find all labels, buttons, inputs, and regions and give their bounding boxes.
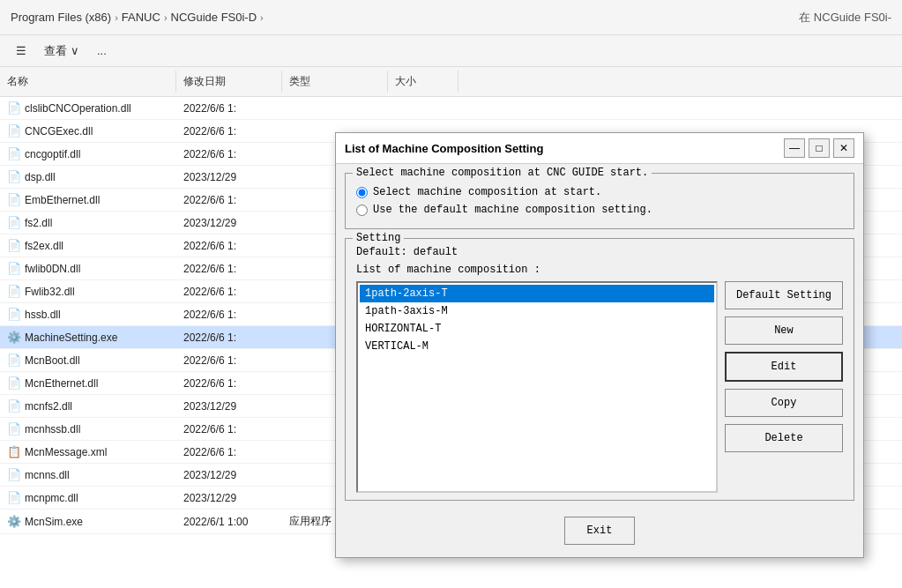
file-type-icon	[7, 331, 21, 344]
more-button[interactable]: ...	[92, 41, 112, 60]
file-name-cell: fs2ex.dll	[0, 236, 176, 255]
file-name-label: hssb.dll	[25, 309, 61, 321]
header-date[interactable]: 修改日期	[176, 71, 282, 93]
file-type-icon	[7, 216, 21, 229]
file-name-label: clslibCNCOperation.dll	[25, 102, 131, 115]
file-type-icon	[7, 101, 21, 115]
dialog-titlebar: List of Machine Composition Setting — □ …	[336, 133, 863, 164]
file-name-cell: McnEthernet.dll	[0, 374, 176, 392]
file-name-label: fwlib0DN.dll	[25, 263, 80, 275]
file-date-cell: 2022/6/1 1:00	[176, 513, 282, 531]
file-name-cell: hssb.dll	[0, 305, 176, 324]
dialog-close-button[interactable]: ✕	[833, 138, 854, 158]
table-row[interactable]: clslibCNCOperation.dll2022/6/6 1:	[0, 97, 902, 120]
file-name-label: McnSim.exe	[25, 516, 83, 528]
file-name-cell: McnSim.exe	[0, 512, 176, 531]
breadcrumb-search: 在 NCGuide FS0i-	[799, 10, 891, 26]
startup-legend: Select machine composition at CNC GUIDE …	[353, 167, 652, 179]
header-type[interactable]: 类型	[282, 71, 388, 93]
file-date-cell: 2022/6/6 1:	[176, 443, 282, 461]
file-name-cell: cncgoptif.dll	[0, 145, 176, 163]
file-name-cell: mcnpmc.dll	[0, 488, 176, 507]
default-label: Default: default	[356, 246, 843, 258]
file-name-cell: McnMessage.xml	[0, 443, 176, 461]
dialog-machine-setting: List of Machine Composition Setting — □ …	[335, 132, 864, 558]
file-type-icon	[7, 445, 21, 458]
breadcrumb-item-2[interactable]: FANUC	[122, 11, 160, 24]
machine-list-item[interactable]: 1path-2axis-T	[360, 285, 714, 302]
file-name-cell: Fwlib32.dll	[0, 282, 176, 301]
file-type-icon	[7, 239, 21, 252]
delete-button[interactable]: Delete	[725, 424, 843, 452]
new-button[interactable]: New	[725, 316, 843, 345]
file-type-icon	[7, 308, 21, 321]
file-type-icon	[7, 399, 21, 413]
file-name-cell: MachineSetting.exe	[0, 328, 176, 346]
setting-section: Setting Default: default List of machine…	[345, 238, 854, 501]
edit-button[interactable]: Edit	[725, 352, 843, 382]
machine-list-item[interactable]: VERTICAL-M	[360, 338, 714, 355]
setting-legend: Setting	[353, 232, 404, 244]
file-name-label: mcnfs2.dll	[25, 400, 72, 413]
dialog-minimize-button[interactable]: —	[784, 138, 805, 158]
default-setting-button[interactable]: Default Setting	[725, 281, 843, 309]
file-name-label: cncgoptif.dll	[25, 148, 80, 160]
file-list-header: 名称 修改日期 类型 大小	[0, 67, 902, 97]
file-name-label: fs2ex.dll	[25, 240, 63, 252]
file-name-cell: McnBoot.dll	[0, 351, 176, 369]
file-name-label: EmbEthernet.dll	[25, 194, 100, 206]
file-date-cell: 2023/12/29	[176, 466, 282, 484]
machine-list-item[interactable]: 1path-3axis-M	[360, 302, 714, 320]
file-type-icon	[7, 354, 21, 367]
dialog-maximize-button[interactable]: □	[809, 138, 830, 158]
file-date-cell: 2022/6/6 1:	[176, 421, 282, 438]
file-name-cell: mcnfs2.dll	[0, 397, 176, 415]
radio-select-at-start[interactable]	[356, 187, 368, 198]
file-type-icon	[7, 422, 21, 435]
radio-option-1[interactable]: Select machine composition at start.	[356, 186, 843, 198]
breadcrumb-item-3[interactable]: NCGuide FS0i-D	[171, 11, 257, 24]
view-chevron-icon: ∨	[71, 44, 79, 57]
file-type-cell	[282, 106, 388, 111]
header-size[interactable]: 大小	[388, 71, 458, 93]
file-name-cell: CNCGExec.dll	[0, 122, 176, 140]
file-name-label: McnBoot.dll	[25, 354, 80, 367]
file-date-cell: 2022/6/6 1:	[176, 283, 282, 301]
dialog-body: Select machine composition at CNC GUIDE …	[336, 164, 863, 557]
file-date-cell: 2022/6/6 1:	[176, 191, 282, 209]
breadcrumb-item-1[interactable]: Program Files (x86)	[11, 11, 111, 24]
file-name-label: mcnhssb.dll	[25, 423, 80, 435]
radio-option-1-label: Select machine composition at start.	[373, 186, 601, 198]
machine-list-box[interactable]: 1path-2axis-T1path-3axis-MHORIZONTAL-TVE…	[356, 281, 718, 493]
file-date-cell: 2022/6/6 1:	[176, 237, 282, 255]
file-date-cell: 2022/6/6 1:	[176, 375, 282, 392]
radio-option-2[interactable]: Use the default machine composition sett…	[356, 204, 843, 216]
radio-option-2-label: Use the default machine composition sett…	[373, 204, 652, 216]
breadcrumb-bar: Program Files (x86) › FANUC › NCGuide FS…	[0, 0, 902, 35]
file-name-label: mcnns.dll	[25, 469, 70, 481]
file-name-label: Fwlib32.dll	[25, 286, 75, 298]
more-label: ...	[97, 44, 107, 57]
exit-button[interactable]: Exit	[564, 517, 635, 545]
file-name-cell: mcnhssb.dll	[0, 420, 176, 438]
copy-button[interactable]: Copy	[725, 389, 843, 417]
machine-list-item[interactable]: HORIZONTAL-T	[360, 320, 714, 338]
file-date-cell: 2022/6/6 1:	[176, 260, 282, 278]
file-type-icon	[7, 124, 21, 138]
hamburger-menu-button[interactable]: ☰	[11, 41, 32, 60]
breadcrumb-sep-3: ›	[260, 12, 264, 23]
file-date-cell: 2022/6/6 1:	[176, 352, 282, 369]
view-button[interactable]: 查看 ∨	[39, 41, 85, 62]
file-type-icon	[7, 285, 21, 298]
file-date-cell: 2022/6/6 1:	[176, 145, 282, 163]
file-date-cell: 2022/6/6 1:	[176, 100, 282, 117]
list-label: List of machine composition :	[356, 264, 843, 276]
breadcrumb-sep-1: ›	[115, 12, 118, 23]
file-date-cell: 2023/12/29	[176, 489, 282, 507]
header-name[interactable]: 名称	[0, 71, 176, 93]
file-size-cell	[388, 106, 458, 111]
file-type-icon	[7, 468, 21, 481]
file-type-icon	[7, 170, 21, 183]
radio-use-default[interactable]	[356, 205, 368, 216]
file-name-label: fs2.dll	[25, 217, 52, 229]
